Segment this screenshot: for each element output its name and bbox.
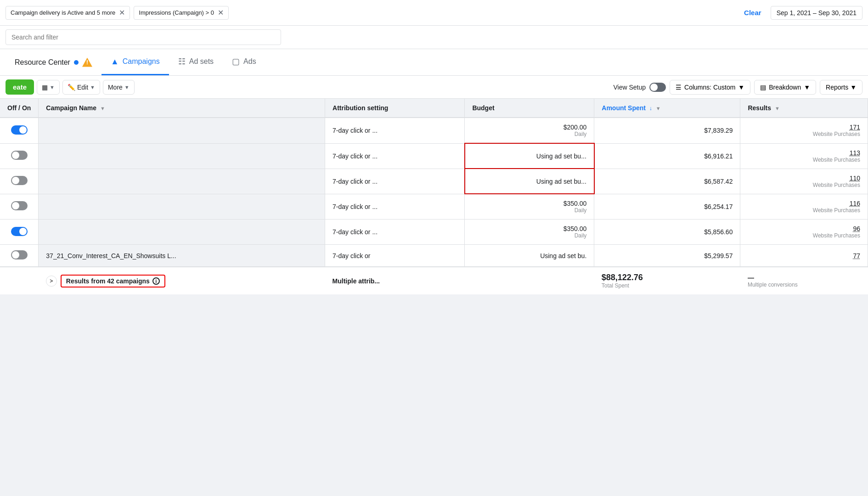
view-setup-toggle[interactable] (649, 83, 666, 92)
results-cell: 110Website Purchases (740, 169, 868, 194)
table-row: 7-day click or ...$200.00Daily$7,839.291… (0, 118, 868, 143)
amount-spent-cell: $7,839.29 (594, 118, 740, 143)
reports-chevron-icon: ▼ (850, 84, 857, 91)
view-setup: View Setup (614, 83, 666, 92)
results-num: 116 (748, 200, 860, 207)
tab-ads[interactable]: ▢ Ads (223, 49, 265, 75)
chip-impressions-close[interactable]: ✕ (218, 9, 224, 17)
footer-results-dash: — (748, 274, 861, 282)
footer-summary-cell: > Results from 42 campaigns i (39, 267, 325, 294)
row-toggle[interactable] (11, 125, 28, 135)
budget-amount: $350.00 (472, 225, 586, 232)
results-num: 110 (748, 175, 860, 182)
toggle-cell (0, 220, 39, 245)
row-toggle[interactable] (11, 151, 28, 160)
attribution-cell: 7-day click or ... (325, 118, 465, 143)
budget-amount: Using ad set bu. (472, 252, 586, 259)
toolbar-right: View Setup ☰ Columns: Custom ▼ ▤ Breakdo… (614, 80, 863, 95)
footer-amount-cell: $88,122.76 Total Spent (594, 267, 740, 294)
info-icon[interactable]: i (152, 277, 160, 285)
footer-results-label: Multiple conversions (748, 282, 861, 288)
results-type: Website Purchases (748, 232, 860, 239)
ads-icon: ▢ (232, 56, 240, 67)
expand-button[interactable]: > (46, 276, 57, 287)
nav-tabs-row: Resource Center ! ▲ Campaigns ☷ Ad sets … (0, 49, 868, 76)
results-cell: 77 (740, 245, 868, 267)
attribution-cell: 7-day click or ... (325, 194, 465, 220)
toggle-cell (0, 194, 39, 220)
filter-chip-delivery[interactable]: Campaign delivery is Active and 5 more ✕ (6, 6, 130, 20)
tab-ad-sets[interactable]: ☷ Ad sets (169, 49, 223, 75)
total-spent-amount: $88,122.76 (602, 273, 733, 282)
amount-spent-cell: $6,254.17 (594, 194, 740, 220)
budget-cell: Using ad set bu. (465, 245, 594, 267)
row-toggle[interactable] (11, 201, 28, 210)
attribution-cell: 7-day click or ... (325, 220, 465, 245)
ad-sets-label: Ad sets (189, 57, 214, 66)
table-row: 7-day click or ...$350.00Daily$6,254.171… (0, 194, 868, 220)
duplicate-button[interactable]: ▦ ▼ (37, 80, 60, 95)
summary-text: Results from 42 campaigns (66, 277, 150, 285)
header-attribution[interactable]: Attribution setting (325, 99, 465, 118)
chip-delivery-close[interactable]: ✕ (119, 9, 125, 17)
more-button[interactable]: More ▼ (103, 80, 135, 95)
filter-chip-impressions[interactable]: Impressions (Campaign) > 0 ✕ (134, 6, 229, 20)
footer-budget-cell (465, 267, 594, 294)
chip-delivery-label: Campaign delivery is Active and 5 more (11, 9, 115, 16)
toggle-cell (0, 245, 39, 267)
campaign-name-cell (39, 143, 325, 169)
search-bar (0, 26, 868, 49)
header-campaign-name[interactable]: Campaign Name ▼ (39, 99, 325, 118)
edit-button[interactable]: ✏️ Edit ▼ (62, 80, 100, 95)
budget-period: Daily (472, 232, 586, 239)
row-toggle[interactable] (11, 227, 28, 236)
header-results[interactable]: Results ▼ (740, 99, 868, 118)
resource-center-nav[interactable]: Resource Center ! (6, 51, 101, 74)
results-cell: 113Website Purchases (740, 143, 868, 169)
results-cell: 116Website Purchases (740, 194, 868, 220)
duplicate-icon: ▦ (42, 84, 48, 91)
budget-period: Daily (472, 207, 586, 214)
edit-label: Edit (77, 84, 88, 91)
ad-sets-icon: ☷ (178, 56, 186, 67)
attribution-cell: 7-day click or ... (325, 143, 465, 169)
edit-icon: ✏️ (68, 84, 75, 91)
reports-button[interactable]: Reports ▼ (820, 80, 862, 95)
header-off-on: Off / On (0, 99, 39, 118)
table-row: 7-day click or ...$350.00Daily$5,856.609… (0, 220, 868, 245)
more-label: More (108, 84, 123, 91)
search-input[interactable] (6, 29, 281, 45)
budget-amount: Using ad set bu... (473, 178, 586, 185)
budget-cell: $350.00Daily (465, 194, 594, 220)
results-type: Website Purchases (748, 207, 860, 214)
breakdown-icon: ▤ (760, 84, 766, 91)
row-toggle[interactable] (11, 176, 28, 185)
budget-cell: $350.00Daily (465, 220, 594, 245)
columns-button[interactable]: ☰ Columns: Custom ▼ (670, 80, 750, 95)
row-toggle[interactable] (11, 250, 28, 259)
attribution-cell: 7-day click or (325, 245, 465, 267)
budget-cell: Using ad set bu... (465, 169, 594, 194)
campaign-name-cell (39, 169, 325, 194)
amount-spent-cell: $5,299.57 (594, 245, 740, 267)
budget-cell: $200.00Daily (465, 118, 594, 143)
campaign-name-cell (39, 220, 325, 245)
breakdown-button[interactable]: ▤ Breakdown ▼ (754, 80, 816, 95)
filter-bar: Campaign delivery is Active and 5 more ✕… (0, 0, 868, 26)
clear-button[interactable]: Clear (738, 6, 767, 19)
duplicate-chevron-icon: ▼ (50, 85, 55, 90)
table-row: 37_21_Conv_Interest_CA_EN_Showsuits L...… (0, 245, 868, 267)
tab-campaigns[interactable]: ▲ Campaigns (101, 50, 169, 75)
header-budget[interactable]: Budget (465, 99, 594, 118)
results-num: 113 (748, 149, 860, 157)
amount-spent-sort-icon: ↓ (649, 105, 652, 112)
resource-center-dot (74, 60, 79, 65)
date-range[interactable]: Sep 1, 2021 – Sep 30, 2021 (771, 6, 862, 20)
amount-spent-cell: $6,916.21 (594, 143, 740, 169)
edit-chevron-icon: ▼ (90, 85, 95, 90)
create-button[interactable]: eate (6, 79, 34, 95)
budget-period: Daily (472, 131, 586, 137)
header-amount-spent[interactable]: Amount Spent ↓ ▼ (594, 99, 740, 118)
chip-impressions-label: Impressions (Campaign) > 0 (139, 9, 214, 16)
budget-amount: $200.00 (472, 124, 586, 131)
